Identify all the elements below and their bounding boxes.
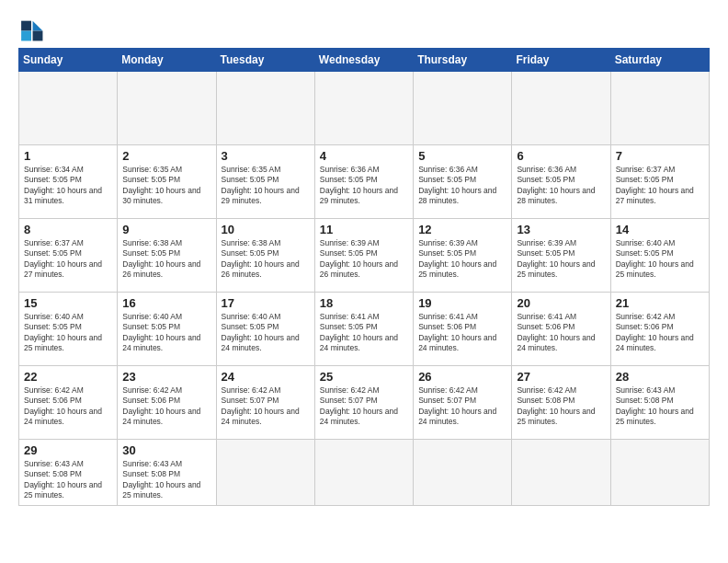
calendar-day-cell: 2Sunrise: 6:35 AMSunset: 5:05 PMDaylight… [118,145,216,219]
calendar-day-cell: 21Sunrise: 6:42 AMSunset: 5:06 PMDayligh… [610,293,709,366]
calendar-week-row: 1Sunrise: 6:34 AMSunset: 5:05 PMDaylight… [19,145,710,219]
day-number: 5 [418,149,506,163]
calendar-day-cell: 8Sunrise: 6:37 AMSunset: 5:05 PMDaylight… [19,219,118,293]
day-info: Sunrise: 6:40 AMSunset: 5:05 PMDaylight:… [122,312,210,354]
calendar-day-cell [118,72,216,145]
day-number: 19 [418,296,506,310]
calendar: SundayMondayTuesdayWednesdayThursdayFrid… [18,48,710,506]
day-number: 4 [320,149,408,163]
day-info: Sunrise: 6:41 AMSunset: 5:05 PMDaylight:… [320,312,408,354]
day-number: 10 [222,223,310,236]
calendar-day-cell: 27Sunrise: 6:42 AMSunset: 5:08 PMDayligh… [512,366,610,440]
calendar-day-cell [610,440,709,506]
day-info: Sunrise: 6:43 AMSunset: 5:08 PMDaylight:… [122,459,210,501]
day-info: Sunrise: 6:42 AMSunset: 5:07 PMDaylight:… [418,385,506,428]
day-info: Sunrise: 6:42 AMSunset: 5:06 PMDaylight:… [122,385,210,428]
calendar-header-cell: Wednesday [314,49,413,72]
day-info: Sunrise: 6:42 AMSunset: 5:08 PMDaylight:… [517,385,605,428]
calendar-week-row: 22Sunrise: 6:42 AMSunset: 5:06 PMDayligh… [19,366,710,440]
calendar-header-cell: Friday [512,49,610,72]
day-number: 1 [24,149,112,163]
calendar-day-cell: 18Sunrise: 6:41 AMSunset: 5:05 PMDayligh… [314,293,413,366]
svg-rect-2 [21,21,31,31]
day-info: Sunrise: 6:41 AMSunset: 5:06 PMDaylight:… [418,312,506,354]
day-info: Sunrise: 6:39 AMSunset: 5:05 PMDaylight:… [418,238,506,281]
calendar-day-cell [512,440,610,506]
day-info: Sunrise: 6:39 AMSunset: 5:05 PMDaylight:… [517,238,605,281]
day-info: Sunrise: 6:38 AMSunset: 5:05 PMDaylight:… [222,238,310,281]
calendar-day-cell [512,72,610,145]
day-number: 23 [122,370,210,384]
calendar-header-cell: Monday [118,49,216,72]
day-info: Sunrise: 6:41 AMSunset: 5:06 PMDaylight:… [517,312,605,354]
calendar-day-cell: 24Sunrise: 6:42 AMSunset: 5:07 PMDayligh… [216,366,314,440]
calendar-day-cell [610,72,709,145]
day-number: 13 [517,223,605,236]
calendar-day-cell: 7Sunrise: 6:37 AMSunset: 5:05 PMDaylight… [610,145,709,219]
calendar-header-cell: Sunday [19,49,118,72]
day-info: Sunrise: 6:40 AMSunset: 5:05 PMDaylight:… [24,312,112,354]
day-number: 9 [122,223,210,236]
calendar-day-cell: 6Sunrise: 6:36 AMSunset: 5:05 PMDaylight… [512,145,610,219]
day-number: 15 [24,296,112,310]
calendar-day-cell: 12Sunrise: 6:39 AMSunset: 5:05 PMDayligh… [414,219,512,293]
day-info: Sunrise: 6:35 AMSunset: 5:05 PMDaylight:… [222,165,310,207]
day-info: Sunrise: 6:43 AMSunset: 5:08 PMDaylight:… [24,459,112,501]
page: SundayMondayTuesdayWednesdayThursdayFrid… [0,0,728,563]
calendar-day-cell: 17Sunrise: 6:40 AMSunset: 5:05 PMDayligh… [216,293,314,366]
calendar-day-cell: 19Sunrise: 6:41 AMSunset: 5:06 PMDayligh… [414,293,512,366]
day-info: Sunrise: 6:36 AMSunset: 5:05 PMDaylight:… [320,165,408,207]
calendar-week-row: 8Sunrise: 6:37 AMSunset: 5:05 PMDaylight… [19,219,710,293]
day-number: 17 [222,296,310,310]
day-number: 21 [616,296,704,310]
day-number: 26 [418,370,506,384]
calendar-day-cell [414,72,512,145]
calendar-day-cell [19,72,118,145]
day-info: Sunrise: 6:43 AMSunset: 5:08 PMDaylight:… [616,385,704,428]
calendar-body: 1Sunrise: 6:34 AMSunset: 5:05 PMDaylight… [19,72,710,506]
logo [18,17,48,42]
day-number: 11 [320,223,408,236]
calendar-week-row: 15Sunrise: 6:40 AMSunset: 5:05 PMDayligh… [19,293,710,366]
calendar-day-cell: 16Sunrise: 6:40 AMSunset: 5:05 PMDayligh… [118,293,216,366]
calendar-day-cell: 15Sunrise: 6:40 AMSunset: 5:05 PMDayligh… [19,293,118,366]
calendar-header-cell: Thursday [414,49,512,72]
day-info: Sunrise: 6:35 AMSunset: 5:05 PMDaylight:… [122,165,210,207]
day-number: 30 [122,443,210,457]
day-info: Sunrise: 6:34 AMSunset: 5:05 PMDaylight:… [24,165,112,207]
calendar-day-cell: 5Sunrise: 6:36 AMSunset: 5:05 PMDaylight… [414,145,512,219]
calendar-day-cell: 4Sunrise: 6:36 AMSunset: 5:05 PMDaylight… [314,145,413,219]
day-number: 25 [320,370,408,384]
calendar-week-row: 29Sunrise: 6:43 AMSunset: 5:08 PMDayligh… [19,440,710,506]
day-info: Sunrise: 6:39 AMSunset: 5:05 PMDaylight:… [320,238,408,281]
day-number: 14 [616,223,704,236]
day-number: 29 [24,443,112,457]
calendar-day-cell: 25Sunrise: 6:42 AMSunset: 5:07 PMDayligh… [314,366,413,440]
calendar-day-cell: 3Sunrise: 6:35 AMSunset: 5:05 PMDaylight… [216,145,314,219]
day-number: 16 [122,296,210,310]
calendar-day-cell: 10Sunrise: 6:38 AMSunset: 5:05 PMDayligh… [216,219,314,293]
day-info: Sunrise: 6:37 AMSunset: 5:05 PMDaylight:… [24,238,112,281]
calendar-day-cell: 9Sunrise: 6:38 AMSunset: 5:05 PMDaylight… [118,219,216,293]
day-info: Sunrise: 6:42 AMSunset: 5:07 PMDaylight:… [320,385,408,428]
svg-marker-1 [33,31,43,41]
day-number: 12 [418,223,506,236]
day-info: Sunrise: 6:36 AMSunset: 5:05 PMDaylight:… [517,165,605,207]
day-number: 8 [24,223,112,236]
calendar-day-cell [216,72,314,145]
calendar-day-cell: 20Sunrise: 6:41 AMSunset: 5:06 PMDayligh… [512,293,610,366]
day-number: 27 [517,370,605,384]
calendar-day-cell: 13Sunrise: 6:39 AMSunset: 5:05 PMDayligh… [512,219,610,293]
calendar-day-cell [414,440,512,506]
day-number: 24 [222,370,310,384]
day-info: Sunrise: 6:37 AMSunset: 5:05 PMDaylight:… [616,165,704,207]
calendar-day-cell [216,440,314,506]
day-info: Sunrise: 6:42 AMSunset: 5:06 PMDaylight:… [616,312,704,354]
svg-marker-0 [33,21,43,31]
day-info: Sunrise: 6:42 AMSunset: 5:07 PMDaylight:… [222,385,310,428]
calendar-day-cell: 23Sunrise: 6:42 AMSunset: 5:06 PMDayligh… [118,366,216,440]
calendar-day-cell: 26Sunrise: 6:42 AMSunset: 5:07 PMDayligh… [414,366,512,440]
day-info: Sunrise: 6:38 AMSunset: 5:05 PMDaylight:… [122,238,210,281]
calendar-day-cell: 14Sunrise: 6:40 AMSunset: 5:05 PMDayligh… [610,219,709,293]
calendar-week-row [19,72,710,145]
